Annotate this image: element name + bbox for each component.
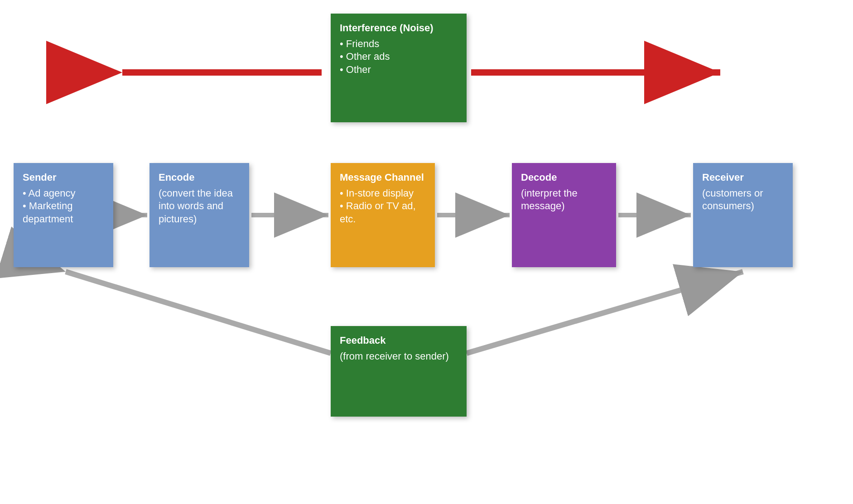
receiver-title: Receiver <box>702 171 784 184</box>
interference-title: Interference (Noise) <box>340 22 458 35</box>
encode-title: Encode <box>159 171 240 184</box>
interference-item-3: Other <box>340 63 458 77</box>
decode-subtitle: (interpret the message) <box>521 187 607 213</box>
channel-title: Message Channel <box>340 171 426 184</box>
channel-item-1: In-store display <box>340 187 426 200</box>
interference-item-2: Other ads <box>340 50 458 63</box>
decode-box: Decode (interpret the message) <box>512 163 616 267</box>
receiver-box: Receiver (customers or consumers) <box>693 163 793 267</box>
channel-item-2: Radio or TV ad, etc. <box>340 200 426 226</box>
interference-list: Friends Other ads Other <box>340 38 458 77</box>
sender-list: Ad agency Marketing department <box>23 187 104 226</box>
channel-box: Message Channel In-store display Radio o… <box>331 163 435 267</box>
receiver-subtitle: (customers or consumers) <box>702 187 784 213</box>
feedback-box: Feedback (from receiver to sender) <box>331 326 467 417</box>
interference-item-1: Friends <box>340 38 458 51</box>
encode-box: Encode (convert the idea into words and … <box>149 163 249 267</box>
sender-title: Sender <box>23 171 104 184</box>
channel-list: In-store display Radio or TV ad, etc. <box>340 187 426 226</box>
svg-line-9 <box>467 272 743 353</box>
interference-box: Interference (Noise) Friends Other ads O… <box>331 14 467 122</box>
sender-box: Sender Ad agency Marketing department <box>14 163 113 267</box>
decode-title: Decode <box>521 171 607 184</box>
feedback-subtitle: (from receiver to sender) <box>340 350 458 363</box>
feedback-title: Feedback <box>340 334 458 347</box>
sender-item-2: Marketing department <box>23 200 104 226</box>
encode-subtitle: (convert the idea into words and picture… <box>159 187 240 226</box>
diagram-container: Interference (Noise) Friends Other ads O… <box>0 0 853 504</box>
svg-line-8 <box>66 272 331 353</box>
sender-item-1: Ad agency <box>23 187 104 200</box>
